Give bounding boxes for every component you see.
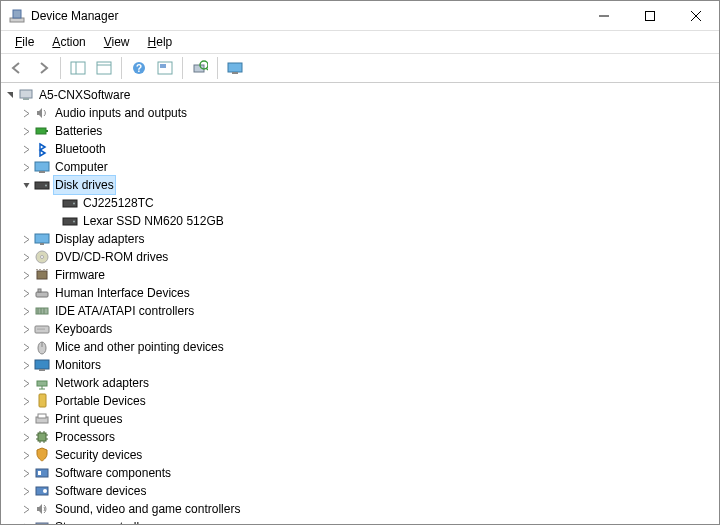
svg-rect-18 (232, 72, 238, 74)
tree-category-label: Firmware (53, 266, 107, 284)
action-target-button[interactable] (153, 56, 177, 80)
svg-rect-54 (39, 369, 45, 371)
svg-rect-61 (38, 433, 46, 441)
tree-category-processors[interactable]: Processors (1, 428, 719, 446)
maximize-button[interactable] (627, 1, 673, 31)
caret-right-icon[interactable] (19, 289, 33, 298)
tree-device-label: Lexar SSD NM620 512GB (81, 212, 226, 230)
tree-category-firmware[interactable]: Firmware (1, 266, 719, 284)
caret-right-icon[interactable] (19, 109, 33, 118)
svg-point-48 (40, 329, 41, 330)
tree-category-mice[interactable]: Mice and other pointing devices (1, 338, 719, 356)
caret-right-icon[interactable] (19, 379, 33, 388)
keyboards-icon (33, 321, 51, 337)
svg-point-26 (45, 185, 47, 187)
caret-right-icon[interactable] (19, 127, 33, 136)
devices-view-button[interactable] (223, 56, 247, 80)
tree-device[interactable]: Lexar SSD NM620 512GB (1, 212, 719, 230)
tree-category-label: Storage controllers (53, 518, 158, 524)
tree-category-computer[interactable]: Computer (1, 158, 719, 176)
tree-category-sound[interactable]: Sound, video and game controllers (1, 500, 719, 518)
svg-rect-21 (36, 128, 46, 134)
caret-right-icon[interactable] (19, 343, 33, 352)
caret-right-icon[interactable] (19, 163, 33, 172)
svg-rect-71 (38, 471, 41, 475)
caret-right-icon[interactable] (19, 487, 33, 496)
tree-category-label: Network adapters (53, 374, 151, 392)
menu-help[interactable]: Help (140, 33, 181, 51)
tree-category-display[interactable]: Display adapters (1, 230, 719, 248)
tree-category-dvd[interactable]: DVD/CD-ROM drives (1, 248, 719, 266)
svg-point-34 (41, 256, 44, 259)
svg-rect-19 (20, 90, 32, 98)
tree-category-printq[interactable]: Print queues (1, 410, 719, 428)
tree-category-swdev[interactable]: Software devices (1, 482, 719, 500)
close-button[interactable] (673, 1, 719, 31)
tree-category-network[interactable]: Network adapters (1, 374, 719, 392)
display-icon (33, 231, 51, 247)
tree-category-hid[interactable]: Human Interface Devices (1, 284, 719, 302)
caret-right-icon[interactable] (19, 451, 33, 460)
minimize-button[interactable] (581, 1, 627, 31)
caret-right-icon[interactable] (19, 145, 33, 154)
tree-category-ide[interactable]: IDE ATA/ATAPI controllers (1, 302, 719, 320)
svg-rect-31 (35, 234, 49, 243)
tree-category-bluetooth[interactable]: Bluetooth (1, 140, 719, 158)
caret-right-icon[interactable] (19, 361, 33, 370)
caret-right-icon[interactable] (19, 433, 33, 442)
tree-category-portable[interactable]: Portable Devices (1, 392, 719, 410)
caret-right-icon[interactable] (19, 253, 33, 262)
caret-down-icon[interactable] (3, 91, 17, 100)
menu-action[interactable]: Action (44, 33, 93, 51)
menu-file[interactable]: File (7, 33, 42, 51)
swdev-icon (33, 483, 51, 499)
storage-icon (33, 519, 51, 524)
caret-right-icon[interactable] (19, 307, 33, 316)
tree-category-label: Print queues (53, 410, 124, 428)
svg-point-30 (73, 221, 75, 223)
svg-rect-0 (10, 18, 24, 22)
caret-right-icon[interactable] (19, 235, 33, 244)
tree-category-security[interactable]: Security devices (1, 446, 719, 464)
tree-category-batteries[interactable]: Batteries (1, 122, 719, 140)
scan-hardware-button[interactable] (188, 56, 212, 80)
caret-right-icon[interactable] (19, 271, 33, 280)
tree-category-disk[interactable]: Disk drives (1, 176, 719, 194)
tree-category-label: Batteries (53, 122, 104, 140)
window-title: Device Manager (31, 9, 581, 23)
tree-category-audio[interactable]: Audio inputs and outputs (1, 104, 719, 122)
tree-category-label: Processors (53, 428, 117, 446)
svg-rect-70 (36, 469, 48, 477)
toolbar: ? (1, 53, 719, 83)
properties-button[interactable] (92, 56, 116, 80)
back-button[interactable] (5, 56, 29, 80)
tree-device[interactable]: CJ225128TC (1, 194, 719, 212)
tree-category-label: Disk drives (53, 175, 116, 195)
firmware-icon (33, 267, 51, 283)
caret-right-icon[interactable] (19, 415, 33, 424)
caret-down-icon[interactable] (19, 181, 33, 190)
caret-right-icon[interactable] (19, 523, 33, 525)
caret-right-icon[interactable] (19, 469, 33, 478)
help-button[interactable]: ? (127, 56, 151, 80)
caret-right-icon[interactable] (19, 325, 33, 334)
monitors-icon (33, 357, 51, 373)
device-tree[interactable]: A5-CNXSoftware Audio inputs and outputsB… (1, 83, 719, 524)
tree-category-label: Sound, video and game controllers (53, 500, 242, 518)
caret-right-icon[interactable] (19, 397, 33, 406)
tree-category-label: Monitors (53, 356, 103, 374)
tree-root[interactable]: A5-CNXSoftware (1, 86, 719, 104)
sound-icon (33, 501, 51, 517)
menu-view[interactable]: View (96, 33, 138, 51)
forward-button[interactable] (31, 56, 55, 80)
tree-category-monitors[interactable]: Monitors (1, 356, 719, 374)
tree-category-keyboards[interactable]: Keyboards (1, 320, 719, 338)
tree-category-swcomp[interactable]: Software components (1, 464, 719, 482)
tree-category-storage[interactable]: Storage controllers (1, 518, 719, 524)
tree-category-label: Audio inputs and outputs (53, 104, 189, 122)
tree-category-label: Human Interface Devices (53, 284, 192, 302)
caret-right-icon[interactable] (19, 505, 33, 514)
app-icon (9, 8, 25, 24)
show-hide-console-tree-button[interactable] (66, 56, 90, 80)
tree-root-label: A5-CNXSoftware (37, 86, 132, 104)
